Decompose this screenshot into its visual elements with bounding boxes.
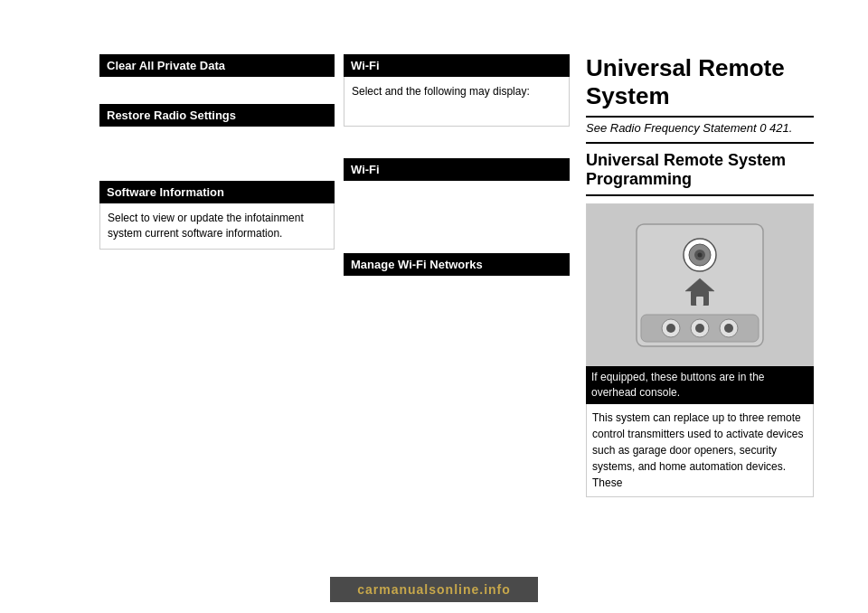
software-information-body: Select to view or update the infotainmen… — [99, 203, 335, 250]
left-column: Clear All Private Data Restore Radio Set… — [99, 54, 335, 577]
clear-private-data-header[interactable]: Clear All Private Data — [99, 54, 335, 77]
remote-control-svg — [627, 212, 772, 357]
wifi-header-1[interactable]: Wi-Fi — [344, 54, 570, 77]
remote-system-description: This system can replace up to three remo… — [586, 404, 814, 497]
svg-point-10 — [666, 324, 675, 333]
svg-point-12 — [695, 324, 704, 333]
svg-rect-7 — [696, 297, 703, 306]
watermark-text: carmanualsonline.info — [330, 577, 538, 602]
svg-point-4 — [698, 253, 703, 258]
restore-radio-settings-header[interactable]: Restore Radio Settings — [99, 104, 335, 127]
radio-frequency-statement: See Radio Frequency Statement 0 421. — [586, 121, 814, 144]
remote-control-image — [586, 203, 814, 366]
remote-image-caption: If equipped, these buttons are in the ov… — [586, 366, 814, 404]
wifi-body-1: Select and the following may display: — [344, 77, 570, 127]
software-information-header[interactable]: Software Information — [99, 181, 335, 203]
right-column: Universal Remote System See Radio Freque… — [586, 54, 814, 577]
middle-column: Wi-Fi Select and the following may displ… — [344, 54, 570, 577]
universal-remote-title: Universal Remote System — [586, 54, 814, 118]
universal-remote-programming-title: Universal Remote System Programming — [586, 151, 814, 196]
manage-wifi-header[interactable]: Manage Wi-Fi Networks — [344, 253, 570, 276]
watermark: carmanualsonline.info — [0, 577, 868, 602]
svg-point-14 — [724, 324, 733, 333]
wifi-header-2[interactable]: Wi-Fi — [344, 158, 570, 181]
